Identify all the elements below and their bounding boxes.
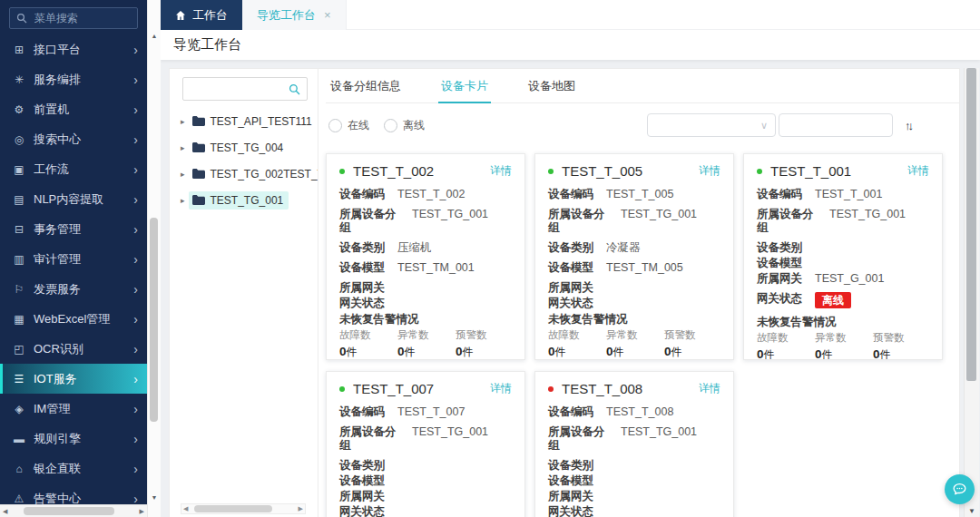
- alarm-section-label: 未恢复告警情况: [548, 312, 720, 327]
- sidebar-item[interactable]: ◈ IM管理 ›: [0, 394, 147, 424]
- device-category: 压缩机: [397, 241, 432, 255]
- sidebar-item-label: WebExcel管理: [34, 311, 110, 327]
- detail-link[interactable]: 详情: [490, 381, 512, 396]
- sidebar-vertical-scrollbar[interactable]: ▲ ▼: [147, 0, 161, 517]
- scroll-up-icon[interactable]: ▲: [148, 33, 161, 39]
- device-tab[interactable]: 设备卡片: [438, 69, 491, 102]
- sidebar-item-label: OCR识别: [34, 341, 83, 357]
- sidebar-item-label: 规则引擎: [34, 431, 81, 447]
- scrollbar-thumb[interactable]: [150, 218, 158, 422]
- abnormal-count-value: 0件: [606, 345, 662, 360]
- sidebar-item[interactable]: ⊟ 事务管理 ›: [0, 214, 147, 244]
- field-label: 所属网关: [339, 490, 385, 503]
- field-label: 设备模型: [339, 474, 385, 488]
- sidebar-item[interactable]: ⚙ 前置机 ›: [0, 94, 147, 124]
- sidebar-item[interactable]: ⌂ 银企直联 ›: [0, 454, 147, 483]
- detail-link[interactable]: 详情: [699, 163, 720, 179]
- search-icon[interactable]: [289, 83, 300, 95]
- sidebar-item[interactable]: ◰ OCR识别 ›: [0, 334, 147, 364]
- content-vertical-scrollbar[interactable]: ▼: [964, 68, 979, 517]
- field-label: 所属网关: [757, 272, 802, 286]
- device-tab[interactable]: 设备分组信息: [328, 69, 404, 102]
- device-card-grid: TEST_T_002 详情 设备编码 TEST_T_002 所属设备分组 TES…: [326, 147, 957, 517]
- field-label: 设备编码: [757, 188, 802, 201]
- tree-item[interactable]: ▸ TEST_API_TEST111: [170, 108, 318, 134]
- device-tab-label: 设备卡片: [441, 78, 488, 94]
- tree-caret-icon[interactable]: ▸: [181, 196, 185, 205]
- device-filter-select[interactable]: ∨: [647, 113, 776, 137]
- tree-item[interactable]: ▸ TEST_TG_002TEST_TG_00: [170, 161, 318, 187]
- sidebar-item-label: 前置机: [34, 102, 69, 118]
- scrollbar-thumb[interactable]: [194, 505, 272, 512]
- detail-link[interactable]: 详情: [490, 163, 512, 179]
- tree-item-label: TEST_TG_001: [211, 194, 284, 207]
- warning-count-label: 预警数: [664, 328, 720, 342]
- sidebar-item[interactable]: ⚐ 发票服务 ›: [0, 274, 147, 304]
- sidebar-item[interactable]: ⊞ 接口平台 ›: [0, 34, 147, 64]
- device-card: TEST_T_001 详情 设备编码 TEST_T_001 所属设备分组 TES…: [743, 153, 943, 360]
- tab-workbench[interactable]: 工作台: [161, 0, 242, 30]
- folder-icon: [192, 116, 205, 126]
- tree-search[interactable]: [182, 77, 308, 101]
- device-code: TEST_T_005: [606, 188, 673, 201]
- sidebar-search[interactable]: [9, 7, 138, 29]
- tree-horizontal-scrollbar[interactable]: ◀ ▶: [181, 503, 306, 514]
- chevron-down-icon: ∨: [760, 120, 768, 132]
- radio-offline[interactable]: 离线: [384, 118, 425, 133]
- radio-circle-icon[interactable]: [384, 119, 397, 132]
- field-label: 设备类别: [548, 241, 593, 255]
- tree-search-input[interactable]: [190, 82, 285, 96]
- sort-icon[interactable]: ↑↓: [905, 119, 914, 132]
- sidebar-item[interactable]: ▬ 规则引擎 ›: [0, 424, 147, 454]
- device-tab[interactable]: 设备地图: [525, 69, 578, 102]
- sidebar-item[interactable]: ▥ 审计管理 ›: [0, 244, 147, 274]
- sidebar-item-label: 审计管理: [34, 251, 81, 268]
- right-filter-group: ∨ ↑↓: [647, 113, 914, 137]
- tree-item-label: TEST_TG_004: [211, 141, 284, 154]
- scroll-left-icon[interactable]: ◀: [183, 505, 188, 512]
- scroll-right-icon[interactable]: ▶: [140, 508, 144, 515]
- sidebar-horizontal-scrollbar[interactable]: ◀ ▶: [0, 504, 147, 517]
- chat-bubble-icon: [951, 481, 968, 498]
- sidebar-item-label: 发票服务: [34, 281, 81, 298]
- tree-caret-icon[interactable]: ▸: [181, 170, 185, 179]
- scrollbar-thumb[interactable]: [24, 507, 114, 515]
- device-search-input[interactable]: [779, 113, 893, 137]
- sidebar-item[interactable]: ▦ WebExcel管理 ›: [0, 304, 147, 334]
- tree-caret-icon[interactable]: ▸: [181, 143, 185, 152]
- tree-item[interactable]: ▸ TEST_TG_001: [170, 187, 318, 213]
- sidebar-item[interactable]: ▤ NLP内容提取 ›: [0, 184, 147, 214]
- scrollbar-thumb[interactable]: [966, 68, 976, 381]
- detail-link[interactable]: 详情: [699, 381, 720, 396]
- tab-nav-workbench[interactable]: 导览工作台 ×: [242, 0, 347, 30]
- device-name: TEST_T_002: [353, 163, 434, 179]
- sidebar-item-label: IM管理: [34, 401, 70, 417]
- sidebar-item-icon: ⌂: [12, 463, 26, 475]
- content-panel: ▸ TEST_API_TEST111 ▸ TEST_TG_004 ▸ TEST_…: [169, 68, 960, 517]
- scroll-down-icon[interactable]: ▼: [148, 494, 161, 501]
- radio-online[interactable]: 在线: [328, 118, 369, 133]
- sidebar-item[interactable]: ✳ 服务编排 ›: [0, 64, 147, 94]
- sidebar-item-icon: ▬: [12, 433, 26, 445]
- radio-circle-icon[interactable]: [328, 119, 342, 132]
- chat-fab-button[interactable]: [945, 474, 975, 504]
- sidebar-item-label: IOT服务: [34, 371, 77, 387]
- home-icon: [175, 10, 186, 21]
- chevron-right-icon: ›: [133, 133, 138, 146]
- device-card: TEST_T_007 详情 设备编码 TEST_T_007 所属设备分组 TES…: [326, 371, 525, 517]
- tree-caret-icon[interactable]: ▸: [181, 117, 185, 126]
- sidebar-search-input[interactable]: [33, 11, 131, 25]
- radio-label: 在线: [348, 118, 369, 133]
- scroll-left-icon[interactable]: ◀: [3, 508, 7, 515]
- scroll-right-icon[interactable]: ▶: [299, 505, 303, 512]
- detail-link[interactable]: 详情: [907, 163, 929, 179]
- chevron-right-icon: ›: [133, 73, 138, 86]
- device-tab-label: 设备地图: [528, 78, 575, 94]
- sidebar-item[interactable]: ☰ IOT服务 ›: [0, 364, 147, 394]
- scroll-down-icon[interactable]: ▼: [965, 507, 979, 515]
- sidebar-item[interactable]: ◎ 搜索中心 ›: [0, 124, 147, 154]
- sidebar-item[interactable]: ▣ 工作流 ›: [0, 154, 147, 184]
- close-icon[interactable]: ×: [324, 8, 331, 22]
- tree-item-label: TEST_TG_002TEST_TG_00: [211, 168, 318, 180]
- tree-item[interactable]: ▸ TEST_TG_004: [170, 134, 318, 161]
